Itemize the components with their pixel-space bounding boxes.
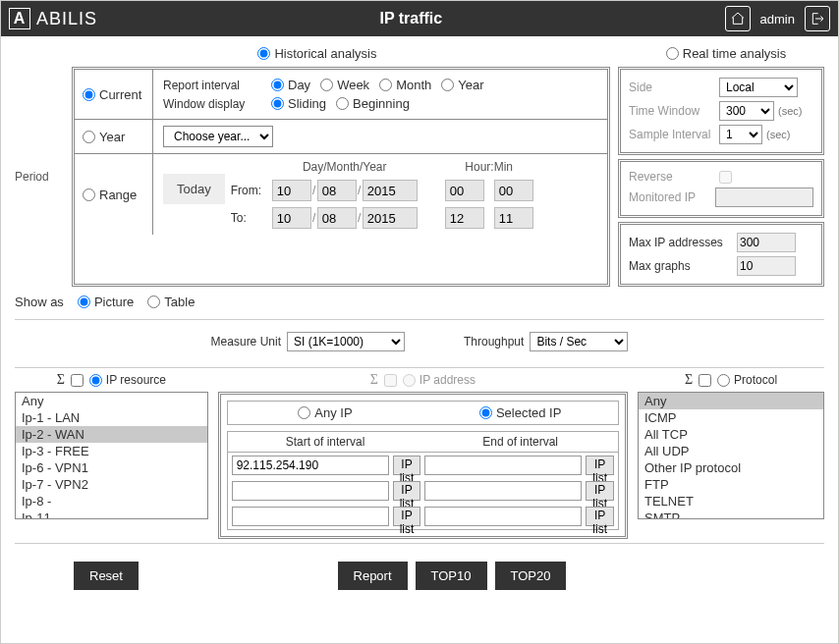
monitoring-box: Reverse Monitored IP [618,159,824,218]
ip-resource-item[interactable]: Ip-7 - VPN2 [16,476,207,493]
ip-address-panel: Any IP Selected IP Start of interval End… [218,392,628,539]
reset-button[interactable]: Reset [74,562,139,590]
iplist-button-e1[interactable]: IP list [586,456,614,475]
report-interval-label: Report interval [163,79,261,92]
reverse-label: Reverse [629,170,715,184]
ip-resource-item[interactable]: Ip-2 - WAN [16,426,207,443]
home-icon[interactable] [725,6,751,31]
any-ip-radio[interactable]: Any IP [298,405,352,420]
from-year-input[interactable] [363,180,418,201]
to-day-input[interactable] [272,207,311,229]
sigma-ip-resource-checkbox[interactable] [71,374,84,387]
year-select[interactable]: Choose year... [163,126,273,147]
ip-resource-item[interactable]: Ip-8 - [16,493,207,510]
selected-ip-radio[interactable]: Selected IP [479,405,562,420]
to-year-input[interactable] [363,207,418,229]
start-ip-input-1[interactable] [232,456,389,475]
period-current-radio[interactable]: Current [83,87,141,102]
today-button[interactable]: Today [163,174,225,204]
time-window-select[interactable]: 300 [719,101,774,121]
end-ip-input-3[interactable] [424,507,582,526]
sec-label-2: (sec) [766,129,790,140]
to-month-input[interactable] [317,207,357,229]
iplist-button-e2[interactable]: IP list [586,481,614,501]
to-hour-input[interactable] [445,207,484,229]
protocol-item[interactable]: Any [639,393,823,409]
report-button[interactable]: Report [338,562,408,590]
from-day-input[interactable] [272,180,311,201]
sigma-protocol: Σ [685,372,693,388]
logout-icon[interactable] [805,6,830,31]
side-select[interactable]: Local [719,78,798,97]
period-year-radio[interactable]: Year [83,130,125,144]
measure-unit-select[interactable]: SI (1K=1000) [287,332,405,351]
showas-picture-radio[interactable]: Picture [78,295,134,309]
protocol-item[interactable]: ICMP [639,409,823,426]
protocol-list[interactable]: AnyICMPAll TCPAll UDPOther IP protocolFT… [638,392,824,519]
from-month-input[interactable] [317,180,357,201]
protocol-item[interactable]: Other IP protocol [639,459,823,476]
window-sliding-radio[interactable]: Sliding [271,96,326,111]
ip-address-radio[interactable]: IP address [403,373,475,387]
iplist-button-s3[interactable]: IP list [393,507,421,526]
protocol-item[interactable]: All TCP [639,426,823,443]
interval-week-radio[interactable]: Week [320,78,369,92]
start-ip-input-2[interactable] [232,481,389,501]
interval-day-radio[interactable]: Day [271,78,310,92]
max-graphs-input[interactable] [737,256,796,276]
sigma-ip-address-checkbox[interactable] [384,374,397,387]
sigma-protocol-checkbox[interactable] [699,374,711,387]
start-interval-header: Start of interval [228,432,423,452]
protocol-item[interactable]: FTP [639,476,823,493]
from-hour-input[interactable] [445,180,484,201]
ip-resource-item[interactable]: Ip-11 - [16,510,207,519]
ip-resource-item[interactable]: Ip-1 - LAN [16,409,207,426]
ip-resource-item[interactable]: Ip-3 - FREE [16,443,207,459]
end-ip-input-2[interactable] [424,481,582,501]
ip-resource-item[interactable]: Any [16,393,207,409]
throughput-select[interactable]: Bits / Sec [530,332,628,351]
interval-month-radio[interactable]: Month [379,78,431,92]
protocol-radio[interactable]: Protocol [717,373,777,387]
top20-button[interactable]: TOP20 [495,562,567,590]
monitored-ip-label: Monitored IP [629,190,711,204]
from-label: From: [231,184,272,197]
divider-3 [15,543,824,544]
monitored-ip-input[interactable] [715,188,813,207]
sec-label-1: (sec) [778,105,802,117]
realtime-analysis-label: Real time analysis [683,46,787,61]
from-min-input[interactable] [494,180,533,201]
brand-logo: A ABILIS [9,8,97,29]
end-ip-input-1[interactable] [424,456,582,475]
to-min-input[interactable] [494,207,533,229]
window-beginning-radio[interactable]: Beginning [336,96,410,111]
realtime-analysis-radio[interactable]: Real time analysis [666,46,787,61]
hm-header: Hour:Min [445,160,533,174]
iplist-button-s2[interactable]: IP list [393,481,421,501]
period-range-label: Range [99,188,137,202]
protocol-item[interactable]: SMTP [639,510,823,519]
window-display-label: Window display [163,97,261,111]
interval-year-radio[interactable]: Year [441,78,483,92]
ip-resource-list[interactable]: AnyIp-1 - LANIp-2 - WANIp-3 - FREEIp-6 -… [15,392,208,519]
reverse-checkbox[interactable] [719,171,732,184]
historical-analysis-label: Historical analysis [274,46,376,61]
max-ip-input[interactable] [737,233,796,252]
sigma-ip-resource: Σ [57,372,65,388]
protocol-item[interactable]: TELNET [639,493,823,510]
ip-resource-radio[interactable]: IP resource [89,373,166,387]
sample-interval-select[interactable]: 1 [719,125,762,144]
period-panel: Current Report interval Day Week Month Y… [72,67,610,287]
period-range-radio[interactable]: Range [83,188,137,202]
ip-resource-item[interactable]: Ip-6 - VPN1 [16,459,207,476]
historical-analysis-radio[interactable]: Historical analysis [257,46,376,61]
showas-table-radio[interactable]: Table [147,295,195,309]
dmy-header: Day/Month/Year [272,160,418,174]
sigma-ip-address: Σ [370,372,378,388]
start-ip-input-3[interactable] [232,507,389,526]
iplist-button-e3[interactable]: IP list [586,507,614,526]
top10-button[interactable]: TOP10 [416,562,487,590]
max-graphs-label: Max graphs [629,259,733,273]
iplist-button-s1[interactable]: IP list [393,456,421,475]
protocol-item[interactable]: All UDP [639,443,823,459]
